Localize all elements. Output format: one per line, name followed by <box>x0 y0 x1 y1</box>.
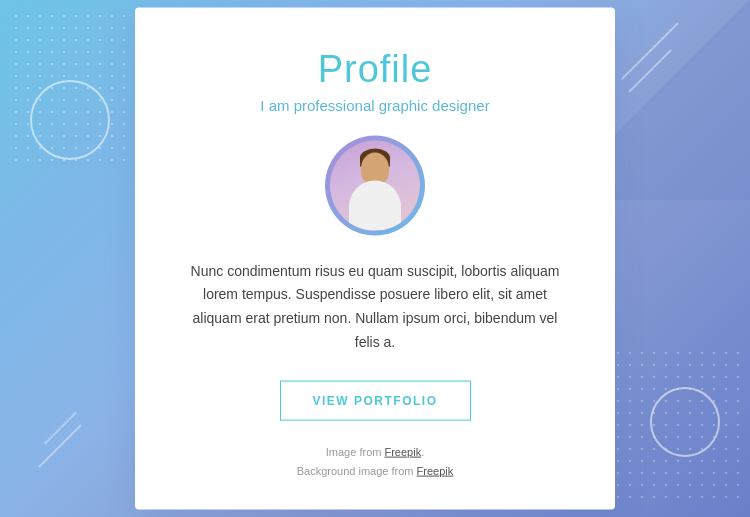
profile-card: Profile I am professional graphic design… <box>135 7 615 510</box>
person-body <box>349 180 401 230</box>
lines-decoration-bottomleft <box>30 397 110 457</box>
person-figure <box>330 140 420 230</box>
circle-decoration-topleft <box>30 80 110 160</box>
avatar <box>325 135 425 235</box>
footer-text-line2: Background image from Freepik <box>297 465 454 477</box>
view-portfolio-button[interactable]: VIEW PORTFOLIO <box>280 380 471 420</box>
footer-text-line1: Image from Freepik. <box>326 445 424 457</box>
card-title: Profile <box>318 47 433 90</box>
card-subtitle: I am professional graphic designer <box>260 96 489 113</box>
card-footer: Image from Freepik. Background image fro… <box>297 442 454 482</box>
freepik-link-1[interactable]: Freepik <box>384 445 421 457</box>
circle-decoration-bottomright <box>650 387 720 457</box>
freepik-link-2[interactable]: Freepik <box>417 465 454 477</box>
card-description: Nunc condimentum risus eu quam suscipit,… <box>185 259 565 354</box>
avatar-image <box>330 140 420 230</box>
